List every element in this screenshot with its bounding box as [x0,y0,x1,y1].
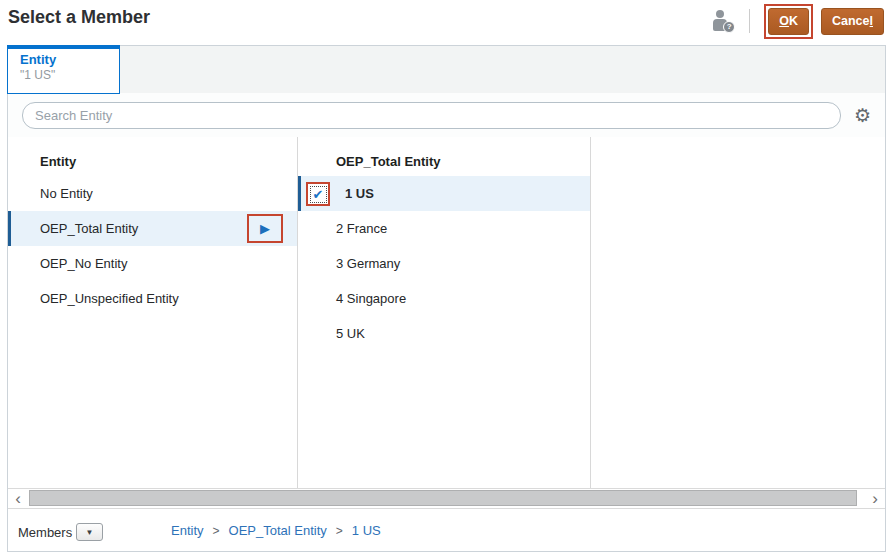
list-item[interactable]: OEP_Unspecified Entity [8,281,297,316]
breadcrumb-separator: > [213,524,220,538]
breadcrumb: Entity > OEP_Total Entity > 1 US [171,523,381,538]
search-bar: ⚙ [8,93,885,137]
scroll-left-icon[interactable]: ‹ [8,490,28,507]
tab-entity-label: Entity [20,52,119,67]
select-member-dialog: Select a Member ? OK Cancel Entity "1 US… [0,0,891,553]
members-dropdown[interactable]: ▼ [76,523,103,541]
page-title: Select a Member [8,7,150,28]
tab-entity[interactable]: Entity "1 US" [7,45,120,94]
list-item[interactable]: OEP_No Entity [8,246,297,281]
expand-children-icon[interactable]: ▶ [260,222,270,235]
column-empty [591,137,885,488]
list-item-label: OEP_Unspecified Entity [40,291,179,306]
gear-icon[interactable]: ⚙ [852,106,873,125]
breadcrumb-link-total-entity[interactable]: OEP_Total Entity [229,523,327,538]
member-selector-columns: Entity No Entity OEP_Total Entity ▶ OEP_… [8,137,885,488]
breadcrumb-link-entity[interactable]: Entity [171,523,204,538]
column-header: OEP_Total Entity [298,137,590,176]
help-badge-icon: ? [723,21,735,33]
ok-mnemonic: O [779,14,789,28]
list-item-selected[interactable]: ✔ 1 US [298,176,590,211]
search-input[interactable] [22,102,841,129]
column-entity: Entity No Entity OEP_Total Entity ▶ OEP_… [8,137,298,488]
cancel-mnemonic: l [870,14,873,28]
list-item-label: OEP_No Entity [40,256,127,271]
list-item-label: 5 UK [336,326,365,341]
toolbar-divider [749,9,750,33]
ok-annotation-box: OK [764,4,813,39]
checkbox-annotation-box: ✔ [306,182,330,206]
list-item[interactable]: 3 Germany [298,246,590,281]
chevron-down-icon: ▼ [86,528,94,537]
list-item[interactable]: 2 France [298,211,590,246]
column-header: Entity [8,137,297,176]
tab-strip: Entity "1 US" [8,46,885,93]
cancel-button[interactable]: Cancel [821,8,884,35]
breadcrumb-separator: > [336,524,343,538]
members-label: Members [18,525,72,540]
list-item-label: 4 Singapore [336,291,406,306]
breadcrumb-link-current[interactable]: 1 US [352,523,381,538]
list-item-label: 1 US [345,186,374,201]
list-item-label: OEP_Total Entity [40,221,138,236]
dialog-footer: Members ▼ Entity > OEP_Total Entity > 1 … [8,509,885,551]
list-item-label: No Entity [40,186,93,201]
scrollbar-track[interactable] [28,489,865,508]
cancel-label-rest: Cance [832,14,870,28]
header-actions: ? OK Cancel [713,4,884,38]
ok-button[interactable]: OK [768,8,809,35]
list-item-label: 3 Germany [336,256,400,271]
dialog-panel: Entity "1 US" ⚙ Entity No Entity OEP_Tot… [7,45,886,552]
ok-label-rest: K [789,14,798,28]
column-children: OEP_Total Entity ✔ 1 US 2 France 3 Germa… [298,137,591,488]
tab-entity-selection: "1 US" [20,68,119,82]
member-icon-head [716,10,724,18]
list-item[interactable]: No Entity [8,176,297,211]
member-info-icon[interactable]: ? [713,9,735,33]
member-checkbox[interactable]: ✔ [310,186,327,203]
checkmark-icon: ✔ [313,188,324,201]
list-item-selected[interactable]: OEP_Total Entity ▶ [8,211,297,246]
horizontal-scrollbar[interactable]: ‹ › [8,488,885,509]
scrollbar-thumb[interactable] [29,490,857,506]
list-item[interactable]: 5 UK [298,316,590,351]
dialog-header: Select a Member ? OK Cancel [0,0,891,45]
list-item-label: 2 France [336,221,387,236]
list-item[interactable]: 4 Singapore [298,281,590,316]
expand-annotation-box: ▶ [247,214,283,243]
scroll-right-icon[interactable]: › [865,490,885,507]
